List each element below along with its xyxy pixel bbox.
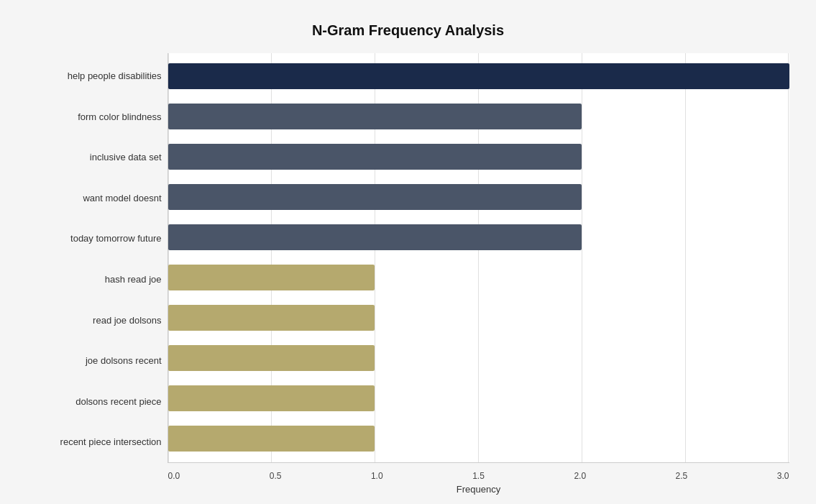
bar-7	[168, 345, 375, 371]
x-tick-0: 0.0	[168, 471, 180, 481]
bar-0	[168, 63, 789, 89]
x-tick-labels: 0.00.51.01.52.02.53.0	[168, 471, 789, 481]
bar-6	[168, 305, 375, 331]
x-tick-4: 2.0	[574, 471, 586, 481]
bars-wrapper	[168, 53, 789, 462]
chart-area: help people disabilitiesform color blind…	[27, 53, 789, 463]
bar-row-4	[168, 221, 789, 253]
bars-and-grid: 0.00.51.01.52.02.53.0 Frequency	[168, 53, 789, 463]
x-axis-title: Frequency	[168, 484, 789, 495]
bar-5	[168, 265, 375, 290]
bar-1	[168, 104, 582, 129]
bar-row-2	[168, 141, 789, 173]
bar-row-8	[168, 382, 789, 414]
chart-title: N-Gram Frequency Analysis	[27, 22, 789, 39]
x-tick-1: 0.5	[270, 471, 282, 481]
y-label-5: hash read joe	[27, 262, 162, 298]
y-label-4: today tomorrow future	[27, 221, 162, 257]
x-tick-6: 3.0	[777, 471, 789, 481]
y-axis-labels: help people disabilitiesform color blind…	[27, 53, 168, 463]
y-label-6: read joe dolsons	[27, 302, 162, 338]
bar-row-3	[168, 181, 789, 213]
bar-9	[168, 426, 375, 452]
y-label-7: joe dolsons recent	[27, 343, 162, 379]
y-label-0: help people disabilities	[27, 58, 162, 94]
y-label-2: inclusive data set	[27, 139, 162, 175]
bar-row-6	[168, 302, 789, 334]
x-tick-5: 2.5	[676, 471, 688, 481]
bar-2	[168, 144, 582, 170]
bar-row-0	[168, 60, 789, 92]
bar-row-1	[168, 101, 789, 132]
bar-3	[168, 184, 582, 210]
y-label-9: recent piece intersection	[27, 424, 162, 460]
y-label-3: want model doesnt	[27, 180, 162, 216]
chart-container: N-Gram Frequency Analysis help people di…	[13, 8, 804, 497]
x-axis: 0.00.51.01.52.02.53.0 Frequency	[168, 471, 789, 495]
bar-4	[168, 224, 582, 250]
bar-row-5	[168, 262, 789, 293]
bar-8	[168, 385, 375, 411]
y-label-8: dolsons recent piece	[27, 384, 162, 420]
y-label-1: form color blindness	[27, 98, 162, 134]
x-tick-2: 1.0	[371, 471, 383, 481]
bar-row-9	[168, 423, 789, 454]
bar-row-7	[168, 342, 789, 374]
x-tick-3: 1.5	[472, 471, 485, 481]
